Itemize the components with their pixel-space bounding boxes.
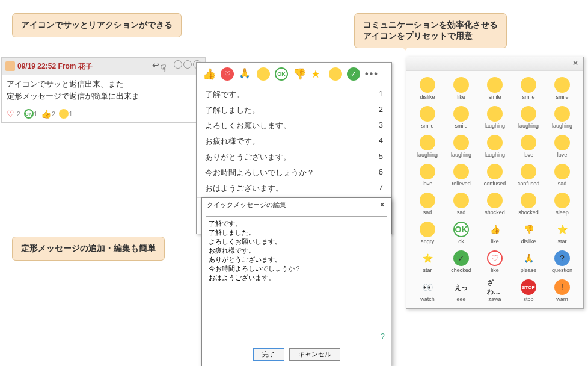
emoji-cell-watch[interactable]: 👀watch	[411, 278, 444, 303]
callout-tail-icon	[398, 41, 412, 51]
emoji-cell-smile[interactable]: smile	[411, 105, 444, 130]
thumbs-down-icon[interactable]: 👎	[293, 67, 306, 81]
emoji-label: shocked	[485, 209, 505, 216]
emoji-cell-love[interactable]: love	[512, 134, 545, 159]
emoji-cell-dislike[interactable]: 👎dislike	[512, 220, 545, 246]
more-icon[interactable]: •••	[365, 69, 379, 79]
emoji-cell-like[interactable]: like	[445, 76, 477, 101]
ok-icon[interactable]: OK	[275, 67, 288, 81]
emoji-cell-smile[interactable]: smile	[479, 76, 511, 101]
emoji-cell-confused[interactable]: confused	[512, 163, 545, 188]
check-icon[interactable]: ✓	[347, 67, 360, 81]
reply-icon[interactable]: ↩	[152, 60, 159, 72]
quick-message-item[interactable]: よろしくお願いします。3	[197, 118, 391, 134]
like-icon	[453, 77, 469, 93]
neutral-icon[interactable]	[329, 67, 342, 81]
emoji-cell-smile[interactable]: smile	[546, 76, 578, 101]
quick-item-number: 7	[379, 183, 383, 194]
quick-item-text: よろしくお願いします。	[205, 120, 291, 131]
emoji-cell-ok[interactable]: OKok	[445, 220, 477, 246]
emoji-cell-smile[interactable]: smile	[445, 105, 477, 130]
emoji-cell-angry[interactable]: angry	[411, 220, 444, 246]
star-icon[interactable]: ★	[311, 67, 324, 81]
thumbs-up-icon[interactable]: 👍	[203, 67, 216, 81]
emoji-label: love	[557, 152, 568, 158]
emoji-cell-laughing[interactable]: laughing	[411, 134, 444, 159]
emoji-label: sad	[558, 181, 567, 187]
reaction-row: ♡2 OK1 👍2 1	[2, 105, 205, 122]
emoji-cell-shocked[interactable]: shocked	[479, 191, 511, 217]
laughing-icon	[487, 135, 503, 150]
emoji-label: like	[491, 238, 499, 244]
emoji-label: confused	[484, 181, 506, 187]
emoji-cell-dislike[interactable]: dislike	[411, 76, 444, 101]
emoji-cell-smile[interactable]: smile	[512, 76, 545, 101]
emoji-cell-laughing[interactable]: laughing	[479, 134, 511, 159]
emoji-cell-sad[interactable]: sad	[411, 191, 444, 217]
emoji-label: zawa	[488, 296, 501, 302]
emoji-cell-shocked[interactable]: shocked	[512, 191, 545, 217]
quick-message-textarea[interactable]	[206, 216, 387, 330]
emoji-cell-sleep[interactable]: sleep	[546, 191, 578, 217]
reaction-heart[interactable]: ♡2	[7, 109, 20, 119]
emoji-cell-love[interactable]: love	[411, 163, 444, 188]
emoji-cell-star[interactable]: ⭐star	[546, 220, 578, 246]
emoji-label: sad	[423, 209, 432, 216]
emoji-cell-laughing[interactable]: laughing	[512, 105, 545, 130]
cancel-button[interactable]: キャンセル	[289, 348, 340, 361]
help-icon[interactable]: ?	[206, 332, 387, 341]
quick-message-item[interactable]: ありがとうございます。5	[197, 149, 391, 165]
emoji-label: laughing	[485, 152, 505, 158]
close-icon[interactable]: ✕	[571, 59, 580, 69]
emoji-cell-stop[interactable]: STOPstop	[512, 278, 545, 303]
pray-icon[interactable]: 🙏	[239, 67, 252, 81]
laughing-icon	[521, 106, 536, 122]
close-icon[interactable]: ✕	[378, 201, 386, 209]
emoji-cell-like[interactable]: ♡like	[479, 249, 511, 274]
emoji-cell-zawa[interactable]: ざわ…zawa	[479, 278, 511, 303]
action-icon[interactable]	[174, 60, 182, 69]
emoji-cell-like[interactable]: 👍like	[479, 220, 511, 246]
emoji-cell-laughing[interactable]: laughing	[546, 105, 578, 130]
emoji-cell-warn[interactable]: !warn	[546, 278, 578, 303]
action-icon[interactable]	[183, 60, 192, 69]
smile-icon	[554, 77, 570, 93]
dislike-icon: 👎	[521, 222, 536, 237]
emoji-cell-please[interactable]: 🙏please	[512, 249, 545, 274]
emoji-panel-header: ✕	[406, 57, 583, 71]
quick-message-item[interactable]: 了解しました。2	[197, 102, 391, 118]
quick-item-text: 今お時間よろしいでしょうか？	[205, 167, 314, 178]
emoji-cell-checked[interactable]: ✓checked	[445, 249, 477, 274]
reaction-thumb[interactable]: 👍2	[41, 109, 55, 119]
sleep-icon	[554, 193, 570, 208]
smile-icon[interactable]	[257, 67, 270, 81]
please-icon: 🙏	[521, 250, 536, 266]
emoji-cell-laughing[interactable]: laughing	[445, 134, 477, 159]
quick-message-item[interactable]: おはようございます。7	[197, 181, 391, 196]
heart-icon[interactable]: ♡	[221, 67, 234, 81]
dialog-titlebar: クイックメッセージの編集 ✕	[202, 198, 391, 212]
emoji-label: laughing	[518, 123, 539, 129]
checked-icon: ✓	[453, 250, 469, 266]
reaction-smile[interactable]: 1	[59, 109, 73, 119]
message-header-actions: ↩ ☟	[152, 60, 201, 72]
quick-message-item[interactable]: 了解です。1	[197, 87, 391, 102]
emoji-cell-eee[interactable]: えっeee	[445, 278, 477, 303]
emoji-cell-sad[interactable]: sad	[546, 163, 578, 188]
quick-message-item[interactable]: お疲れ様です。4	[197, 134, 391, 149]
emoji-cell-star[interactable]: ⭐star	[411, 249, 444, 274]
emoji-cell-laughing[interactable]: laughing	[479, 105, 511, 130]
emoji-cell-confused[interactable]: confused	[479, 163, 511, 188]
quick-message-item[interactable]: 今お時間よろしいでしょうか？6	[197, 165, 391, 181]
quick-item-text: ありがとうございます。	[205, 152, 291, 163]
stop-icon: STOP	[521, 279, 536, 295]
emoji-cell-love[interactable]: love	[546, 134, 578, 159]
emoji-cell-relieved[interactable]: relieved	[445, 163, 477, 188]
reaction-ok[interactable]: OK1	[24, 109, 38, 119]
avatar	[5, 61, 15, 71]
emoji-label: angry	[421, 238, 435, 244]
emoji-cell-sad[interactable]: sad	[445, 191, 477, 217]
ok-button[interactable]: 完了	[253, 348, 284, 361]
emoji-label: sleep	[556, 209, 569, 216]
emoji-cell-question[interactable]: ?question	[546, 249, 578, 274]
